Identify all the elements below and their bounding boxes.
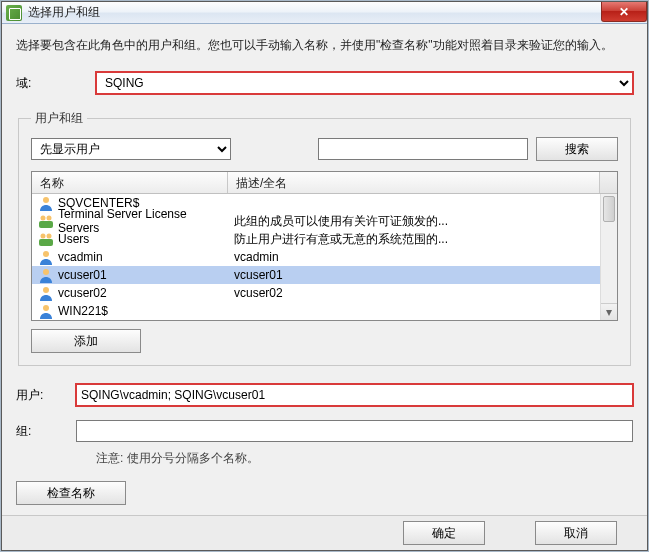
user-icon xyxy=(38,285,54,301)
scrollbar-thumb[interactable] xyxy=(603,196,615,222)
svg-rect-6 xyxy=(39,239,53,246)
dialog-footer: 确定 取消 xyxy=(2,515,647,550)
dialog-body: 选择要包含在此角色中的用户和组。您也可以手动输入名称，并使用"检查名称"功能对照… xyxy=(2,24,647,515)
cancel-button[interactable]: 取消 xyxy=(535,521,617,545)
col-header-scroll xyxy=(600,172,617,193)
filter-row: 先显示用户 搜索 xyxy=(31,137,618,161)
fieldset-legend: 用户和组 xyxy=(31,110,87,127)
window-title: 选择用户和组 xyxy=(28,4,100,21)
svg-point-7 xyxy=(43,251,49,257)
svg-point-10 xyxy=(43,305,49,311)
users-groups-fieldset: 用户和组 先显示用户 搜索 名称 描述/全名 SQVCENTER$Termina… xyxy=(18,110,631,366)
add-row: 添加 xyxy=(31,329,618,353)
results-table: 名称 描述/全名 SQVCENTER$Terminal Server Licen… xyxy=(31,171,618,321)
table-row[interactable]: WIN221$ xyxy=(32,302,600,320)
cell-name: vcuser01 xyxy=(32,267,228,283)
search-input[interactable] xyxy=(318,138,528,160)
selected-fields: 用户: 组: 注意: 使用分号分隔多个名称。 检查名称 xyxy=(16,370,633,505)
svg-point-5 xyxy=(47,234,52,239)
groups-row: 组: xyxy=(16,420,633,442)
check-row: 检查名称 xyxy=(16,481,633,505)
filter-select[interactable]: 先显示用户 xyxy=(31,138,231,160)
col-header-desc[interactable]: 描述/全名 xyxy=(228,172,600,193)
groups-input[interactable] xyxy=(76,420,633,442)
group-icon xyxy=(38,231,54,247)
user-icon xyxy=(38,267,54,283)
cell-desc: vcuser02 xyxy=(228,286,600,300)
cell-desc: 此组的成员可以使用有关许可证颁发的... xyxy=(228,213,600,230)
table-body: SQVCENTER$Terminal Server License Server… xyxy=(32,194,617,320)
row-name: vcuser01 xyxy=(58,268,107,282)
cell-name: WIN221$ xyxy=(32,303,228,319)
titlebar: 选择用户和组 ✕ xyxy=(2,2,647,24)
cell-name: vcuser02 xyxy=(32,285,228,301)
svg-point-1 xyxy=(41,216,46,221)
search-button[interactable]: 搜索 xyxy=(536,137,618,161)
col-header-name[interactable]: 名称 xyxy=(32,172,228,193)
row-name: vcuser02 xyxy=(58,286,107,300)
svg-rect-3 xyxy=(39,221,53,228)
table-row[interactable]: Terminal Server License Servers此组的成员可以使用… xyxy=(32,212,600,230)
cell-desc: vcuser01 xyxy=(228,268,600,282)
group-icon xyxy=(38,213,54,229)
hint-text: 注意: 使用分号分隔多个名称。 xyxy=(96,450,633,467)
cell-desc: 防止用户进行有意或无意的系统范围的... xyxy=(228,231,600,248)
svg-point-0 xyxy=(43,197,49,203)
row-name: Users xyxy=(58,232,89,246)
table-row[interactable]: vcuser02vcuser02 xyxy=(32,284,600,302)
users-row: 用户: xyxy=(16,384,633,406)
svg-point-8 xyxy=(43,269,49,275)
table-row[interactable]: vcadminvcadmin xyxy=(32,248,600,266)
svg-point-4 xyxy=(41,234,46,239)
table-header: 名称 描述/全名 xyxy=(32,172,617,194)
user-icon xyxy=(38,249,54,265)
domain-row: 域: SQING xyxy=(16,72,633,94)
cell-name: vcadmin xyxy=(32,249,228,265)
user-icon xyxy=(38,303,54,319)
dialog-window: 选择用户和组 ✕ 选择要包含在此角色中的用户和组。您也可以手动输入名称，并使用"… xyxy=(1,1,648,551)
groups-label: 组: xyxy=(16,423,76,440)
users-input[interactable] xyxy=(76,384,633,406)
add-button[interactable]: 添加 xyxy=(31,329,141,353)
domain-label: 域: xyxy=(16,75,96,92)
close-button[interactable]: ✕ xyxy=(601,2,647,22)
scrollbar[interactable]: ▾ xyxy=(600,194,617,320)
svg-point-2 xyxy=(47,216,52,221)
row-name: WIN221$ xyxy=(58,304,108,318)
cell-desc: vcadmin xyxy=(228,250,600,264)
table-row[interactable]: Users防止用户进行有意或无意的系统范围的... xyxy=(32,230,600,248)
users-label: 用户: xyxy=(16,387,76,404)
app-icon xyxy=(6,5,22,21)
svg-point-9 xyxy=(43,287,49,293)
cell-name: Users xyxy=(32,231,228,247)
ok-button[interactable]: 确定 xyxy=(403,521,485,545)
domain-select[interactable]: SQING xyxy=(96,72,633,94)
scroll-down-icon[interactable]: ▾ xyxy=(601,303,617,320)
row-name: vcadmin xyxy=(58,250,103,264)
check-names-button[interactable]: 检查名称 xyxy=(16,481,126,505)
close-icon: ✕ xyxy=(619,6,629,18)
instruction-text: 选择要包含在此角色中的用户和组。您也可以手动输入名称，并使用"检查名称"功能对照… xyxy=(16,36,633,54)
table-row[interactable]: vcuser01vcuser01 xyxy=(32,266,600,284)
